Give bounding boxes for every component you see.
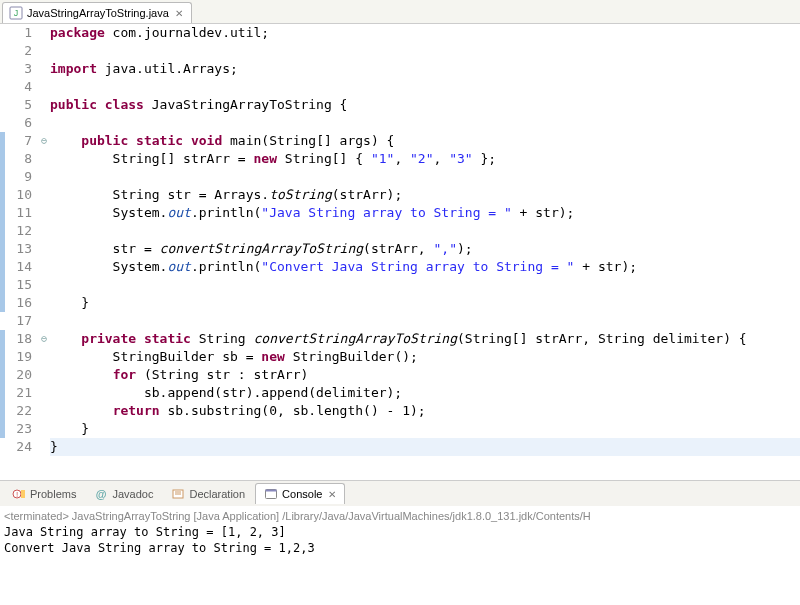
fold-toggle-icon[interactable]: ⊖: [38, 330, 50, 348]
tab-javadoc[interactable]: @ Javadoc: [86, 484, 161, 504]
bottom-view-tab-bar: ! Problems @ Javadoc Declaration Console…: [0, 480, 800, 506]
java-file-icon: J: [9, 6, 23, 20]
code-line: sb.append(str).append(delimiter);: [50, 384, 800, 402]
code-line: package com.journaldev.util;: [50, 24, 800, 42]
tab-label: Declaration: [189, 488, 245, 500]
code-line: System.out.println("Java String array to…: [50, 204, 800, 222]
tab-console[interactable]: Console ✕: [255, 483, 345, 504]
fold-toggle-icon[interactable]: ⊖: [38, 132, 50, 150]
code-line: [50, 42, 800, 60]
fold-column: ⊖⊖: [38, 24, 50, 480]
svg-rect-10: [266, 490, 277, 492]
tab-label: Console: [282, 488, 322, 500]
editor-tab[interactable]: J JavaStringArrayToString.java ✕: [2, 2, 192, 23]
code-line: }: [50, 420, 800, 438]
code-line: import java.util.Arrays;: [50, 60, 800, 78]
svg-rect-4: [21, 490, 25, 498]
code-line: StringBuilder sb = new StringBuilder();: [50, 348, 800, 366]
code-line: private static String convertStringArray…: [50, 330, 800, 348]
code-line: String str = Arrays.toString(strArr);: [50, 186, 800, 204]
code-line: str = convertStringArrayToString(strArr,…: [50, 240, 800, 258]
code-line: [50, 168, 800, 186]
close-icon[interactable]: ✕: [328, 489, 336, 500]
code-area[interactable]: package com.journaldev.util; import java…: [50, 24, 800, 480]
code-line: [50, 312, 800, 330]
code-line: for (String str : strArr): [50, 366, 800, 384]
editor-tab-bar: J JavaStringArrayToString.java ✕: [0, 0, 800, 24]
code-line: public static void main(String[] args) {: [50, 132, 800, 150]
tab-problems[interactable]: ! Problems: [4, 484, 84, 504]
console-icon: [264, 487, 278, 501]
line-number-gutter: 123456789101112131415161718192021222324: [0, 24, 38, 480]
code-line: System.out.println("Convert Java String …: [50, 258, 800, 276]
code-line: String[] strArr = new String[] { "1", "2…: [50, 150, 800, 168]
code-editor[interactable]: 123456789101112131415161718192021222324 …: [0, 24, 800, 480]
tab-label: Problems: [30, 488, 76, 500]
editor-tab-label: JavaStringArrayToString.java: [27, 7, 169, 19]
svg-text:J: J: [14, 8, 19, 18]
code-line: public class JavaStringArrayToString {: [50, 96, 800, 114]
code-line: [50, 222, 800, 240]
problems-icon: !: [12, 487, 26, 501]
change-ruler: [0, 132, 5, 312]
change-ruler: [0, 330, 5, 438]
code-line: [50, 78, 800, 96]
code-line: }: [50, 438, 800, 456]
code-line: [50, 114, 800, 132]
console-output-line: Java String array to String = [1, 2, 3]: [4, 524, 796, 540]
declaration-icon: [171, 487, 185, 501]
console-status: <terminated> JavaStringArrayToString [Ja…: [4, 508, 796, 524]
code-line: [50, 276, 800, 294]
close-icon[interactable]: ✕: [175, 8, 183, 19]
tab-declaration[interactable]: Declaration: [163, 484, 253, 504]
svg-text:@: @: [96, 488, 107, 500]
console-view[interactable]: <terminated> JavaStringArrayToString [Ja…: [0, 506, 800, 558]
svg-text:!: !: [16, 490, 18, 499]
code-line: return sb.substring(0, sb.length() - 1);: [50, 402, 800, 420]
code-line: }: [50, 294, 800, 312]
console-output-line: Convert Java String array to String = 1,…: [4, 540, 796, 556]
tab-label: Javadoc: [112, 488, 153, 500]
javadoc-icon: @: [94, 487, 108, 501]
